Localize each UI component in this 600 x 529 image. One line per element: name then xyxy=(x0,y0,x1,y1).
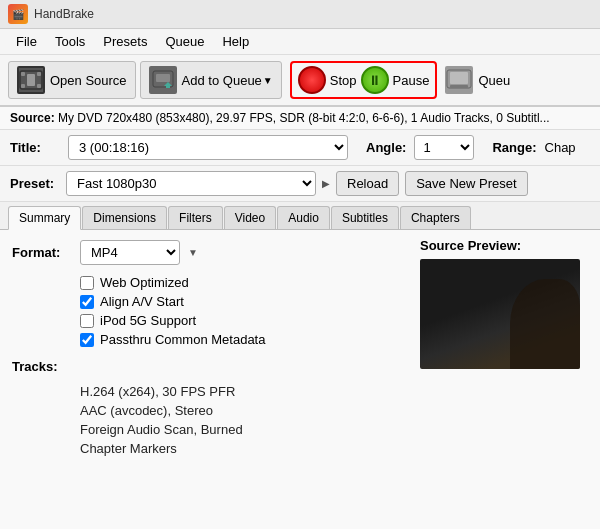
stop-label[interactable]: Stop xyxy=(330,73,357,88)
preset-arrow-icon: ▶ xyxy=(322,178,330,189)
tracks-header: Tracks: xyxy=(12,359,398,374)
stop-button[interactable] xyxy=(298,66,326,94)
source-row: Source: My DVD 720x480 (853x480), 29.97 … xyxy=(0,107,600,130)
range-value: Chap xyxy=(545,140,576,155)
checkbox-ipod-5g: iPod 5G Support xyxy=(12,311,398,330)
menu-tools[interactable]: Tools xyxy=(47,32,93,51)
tab-audio[interactable]: Audio xyxy=(277,206,330,229)
track-item-2: Foreign Audio Scan, Burned xyxy=(12,420,398,439)
ipod-5g-checkbox[interactable] xyxy=(80,314,94,328)
pause-button[interactable]: ⏸ xyxy=(361,66,389,94)
tab-summary[interactable]: Summary xyxy=(8,206,81,230)
menu-bar: File Tools Presets Queue Help xyxy=(0,29,600,55)
title-bar: 🎬 HandBrake xyxy=(0,0,600,29)
queue-add-icon xyxy=(149,66,177,94)
align-av-label[interactable]: Align A/V Start xyxy=(100,294,184,309)
reload-button[interactable]: Reload xyxy=(336,171,399,196)
menu-presets[interactable]: Presets xyxy=(95,32,155,51)
angle-label: Angle: xyxy=(366,140,406,155)
title-row: Title: 3 (00:18:16) Angle: 1 Range: Chap xyxy=(0,130,600,166)
queue-icon xyxy=(445,66,473,94)
film-icon xyxy=(17,66,45,94)
tracks-label: Tracks: xyxy=(12,359,72,374)
svg-rect-9 xyxy=(450,72,468,84)
right-panel: Source Preview: xyxy=(410,230,600,529)
source-label: Source: xyxy=(10,111,55,125)
main-content: Format: MP4 ▼ Web Optimized Align A/V St… xyxy=(0,230,600,529)
open-source-label: Open Source xyxy=(50,73,127,88)
svg-rect-2 xyxy=(37,72,41,76)
ipod-5g-label[interactable]: iPod 5G Support xyxy=(100,313,196,328)
tab-filters[interactable]: Filters xyxy=(168,206,223,229)
web-optimized-label[interactable]: Web Optimized xyxy=(100,275,189,290)
queue-dropdown-arrow[interactable]: ▼ xyxy=(263,75,273,86)
tracks-section: Tracks: H.264 (x264), 30 FPS PFR AAC (av… xyxy=(12,359,398,458)
app-title: HandBrake xyxy=(34,7,94,21)
passthru-label[interactable]: Passthru Common Metadata xyxy=(100,332,265,347)
checkbox-web-optimized: Web Optimized xyxy=(12,273,398,292)
title-label: Title: xyxy=(10,140,60,155)
format-label: Format: xyxy=(12,245,72,260)
checkbox-passthru: Passthru Common Metadata xyxy=(12,330,398,349)
format-row: Format: MP4 ▼ xyxy=(12,240,398,265)
svg-rect-4 xyxy=(37,84,41,88)
pause-label[interactable]: Pause xyxy=(393,73,430,88)
save-new-preset-button[interactable]: Save New Preset xyxy=(405,171,527,196)
toolbar: Open Source Add to Queue ▼ Stop ⏸ Pause xyxy=(0,55,600,107)
open-source-button[interactable]: Open Source xyxy=(8,61,136,99)
svg-rect-3 xyxy=(21,84,25,88)
tabs-bar: Summary Dimensions Filters Video Audio S… xyxy=(0,202,600,230)
track-item-3: Chapter Markers xyxy=(12,439,398,458)
preview-label: Source Preview: xyxy=(420,238,590,253)
menu-file[interactable]: File xyxy=(8,32,45,51)
queue-label[interactable]: Queu xyxy=(478,73,510,88)
left-panel: Format: MP4 ▼ Web Optimized Align A/V St… xyxy=(0,230,410,529)
track-item-0: H.264 (x264), 30 FPS PFR xyxy=(12,382,398,401)
stop-pause-group: Stop ⏸ Pause xyxy=(290,61,438,99)
tab-subtitles[interactable]: Subtitles xyxy=(331,206,399,229)
queue-section: Queu xyxy=(445,66,510,94)
preset-label: Preset: xyxy=(10,176,60,191)
svg-rect-5 xyxy=(27,74,35,86)
title-select[interactable]: 3 (00:18:16) xyxy=(68,135,348,160)
angle-select[interactable]: 1 xyxy=(414,135,474,160)
svg-rect-10 xyxy=(450,85,468,88)
passthru-checkbox[interactable] xyxy=(80,333,94,347)
format-select[interactable]: MP4 xyxy=(80,240,180,265)
tab-video[interactable]: Video xyxy=(224,206,276,229)
source-value: My DVD 720x480 (853x480), 29.97 FPS, SDR… xyxy=(58,111,550,125)
menu-queue[interactable]: Queue xyxy=(157,32,212,51)
format-arrow-icon: ▼ xyxy=(188,247,198,258)
track-item-1: AAC (avcodec), Stereo xyxy=(12,401,398,420)
tab-chapters[interactable]: Chapters xyxy=(400,206,471,229)
add-to-queue-label: Add to Queue xyxy=(182,73,262,88)
menu-help[interactable]: Help xyxy=(214,32,257,51)
align-av-checkbox[interactable] xyxy=(80,295,94,309)
source-preview-image xyxy=(420,259,580,369)
preset-select[interactable]: Fast 1080p30 xyxy=(66,171,316,196)
checkbox-align-av: Align A/V Start xyxy=(12,292,398,311)
svg-rect-7 xyxy=(156,74,170,82)
preview-inner xyxy=(420,259,580,369)
tab-dimensions[interactable]: Dimensions xyxy=(82,206,167,229)
svg-rect-1 xyxy=(21,72,25,76)
preset-row: Preset: Fast 1080p30 ▶ Reload Save New P… xyxy=(0,166,600,202)
web-optimized-checkbox[interactable] xyxy=(80,276,94,290)
range-label: Range: xyxy=(492,140,536,155)
app-icon: 🎬 xyxy=(8,4,28,24)
add-to-queue-button[interactable]: Add to Queue ▼ xyxy=(140,61,282,99)
